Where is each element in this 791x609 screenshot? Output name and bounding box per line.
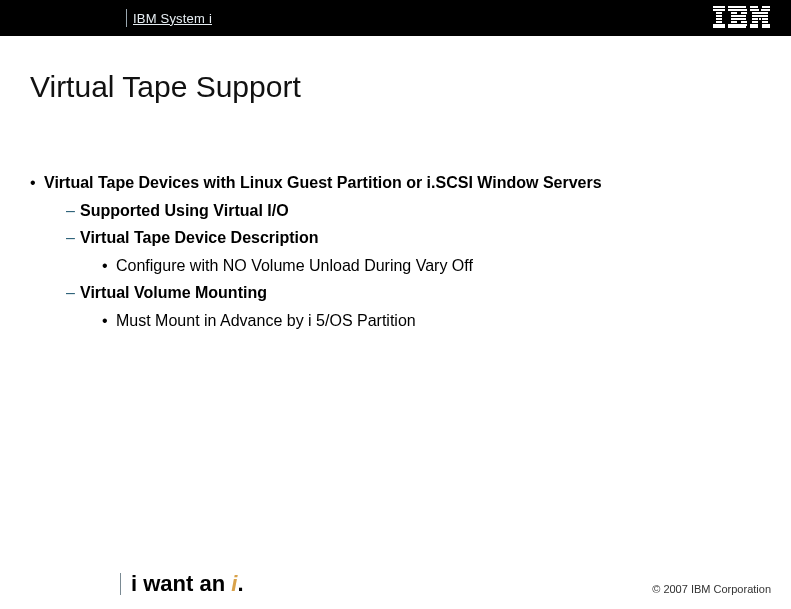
svg-rect-15: [741, 21, 747, 23]
bullet-level2: Virtual Volume Mounting: [30, 280, 761, 306]
svg-rect-8: [728, 6, 746, 8]
bullet-level1: Virtual Tape Devices with Linux Guest Pa…: [30, 170, 761, 196]
svg-rect-28: [752, 18, 758, 20]
footer-left: i want an i.: [120, 571, 244, 597]
svg-rect-13: [731, 18, 746, 20]
header-left: IBM System i: [120, 0, 212, 36]
bullet-level3: Configure with NO Volume Unload During V…: [30, 253, 761, 279]
svg-rect-3: [716, 15, 722, 17]
header-product-label: IBM System i: [133, 11, 212, 26]
svg-rect-2: [716, 12, 722, 14]
slide: IBM System i: [0, 0, 791, 609]
svg-rect-27: [762, 15, 768, 17]
svg-rect-14: [731, 21, 737, 23]
footer-separator: [120, 573, 121, 595]
svg-rect-30: [762, 18, 768, 20]
svg-rect-17: [728, 26, 746, 28]
svg-rect-9: [728, 9, 747, 11]
svg-rect-24: [762, 12, 768, 14]
slide-footer: i want an i. © 2007 IBM Corporation: [0, 569, 791, 599]
svg-rect-29: [759, 18, 761, 20]
svg-rect-12: [731, 15, 746, 17]
svg-rect-10: [731, 12, 737, 14]
svg-rect-35: [750, 26, 758, 28]
svg-rect-32: [762, 21, 768, 23]
svg-rect-11: [741, 12, 747, 14]
bullet-level2: Virtual Tape Device Description: [30, 225, 761, 251]
svg-rect-20: [750, 9, 759, 11]
bullet-level2: Supported Using Virtual I/O: [30, 198, 761, 224]
svg-rect-6: [713, 24, 725, 26]
header-separator: [126, 9, 127, 27]
slide-title: Virtual Tape Support: [30, 70, 301, 104]
svg-rect-4: [716, 18, 722, 20]
svg-rect-33: [750, 24, 758, 26]
svg-rect-1: [713, 9, 725, 11]
bullet-level3: Must Mount in Advance by i 5/OS Partitio…: [30, 308, 761, 334]
tagline-suffix: .: [237, 571, 243, 596]
slide-header: IBM System i: [0, 0, 791, 36]
footer-tagline: i want an i.: [131, 571, 244, 597]
svg-rect-18: [750, 6, 758, 8]
svg-rect-16: [728, 24, 747, 26]
svg-rect-5: [716, 21, 722, 23]
svg-rect-25: [752, 15, 758, 17]
tagline-prefix: i want an: [131, 571, 231, 596]
svg-rect-26: [758, 15, 762, 17]
svg-rect-19: [762, 6, 770, 8]
svg-rect-31: [752, 21, 758, 23]
svg-rect-7: [713, 26, 725, 28]
ibm-logo-icon: [713, 6, 771, 28]
svg-rect-0: [713, 6, 725, 8]
svg-rect-34: [762, 24, 770, 26]
svg-rect-36: [762, 26, 770, 28]
slide-content: Virtual Tape Devices with Linux Guest Pa…: [30, 170, 761, 336]
svg-rect-21: [761, 9, 770, 11]
footer-copyright: © 2007 IBM Corporation: [652, 583, 771, 595]
